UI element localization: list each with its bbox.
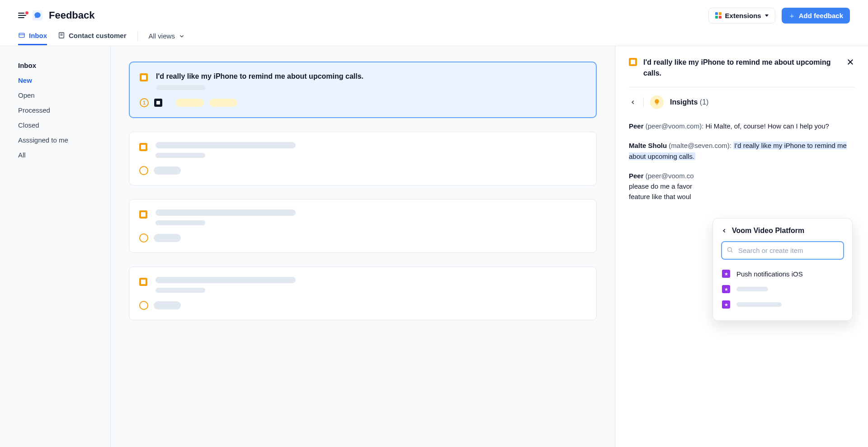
feedback-type-icon: [139, 143, 147, 151]
popover-item[interactable]: ★ Push notifications iOS: [721, 266, 844, 281]
count-badge-empty: [139, 233, 148, 243]
skeleton-line: [156, 85, 206, 90]
tag-pill: [154, 166, 181, 175]
sidebar-heading-inbox[interactable]: Inbox: [0, 58, 110, 73]
skeleton-line: [156, 153, 205, 158]
menu-button[interactable]: [18, 13, 26, 18]
feedback-type-icon: [629, 58, 637, 66]
tag-pill: [154, 301, 181, 309]
close-button[interactable]: [843, 57, 854, 68]
speaker-name: Peer: [629, 122, 644, 130]
details-title: I'd really like my iPhone to remind me a…: [643, 57, 836, 79]
chevron-down-icon: [179, 33, 185, 39]
popover-title: Voom Video Platform: [732, 227, 804, 235]
speaker-name: Malte Sholu: [629, 142, 667, 149]
divider: [643, 97, 644, 107]
feedback-title: I'd really like my iPhone to remind me a…: [156, 72, 584, 81]
sidebar-item-closed[interactable]: Closed: [0, 118, 110, 133]
popover-item[interactable]: ★: [721, 281, 844, 297]
star-icon: ★: [722, 285, 730, 293]
notification-dot-icon: [25, 11, 29, 15]
star-icon: ★: [722, 270, 730, 278]
sidebar-item-open[interactable]: Open: [0, 88, 110, 103]
tab-inbox-label: Inbox: [29, 32, 47, 39]
sidebar-item-all[interactable]: All: [0, 147, 110, 162]
feedback-type-icon: [139, 278, 147, 286]
feedback-card[interactable]: [129, 266, 597, 320]
speaker-email: (malte@seven.com):: [669, 142, 731, 149]
close-icon: [846, 58, 854, 66]
speaker-text: Hi Malte, of, course! How can I help you…: [705, 122, 829, 130]
svg-rect-0: [19, 33, 24, 37]
add-feedback-label: Add feedback: [799, 12, 843, 19]
chevron-left-icon[interactable]: [721, 228, 727, 234]
feedback-card[interactable]: [129, 199, 597, 253]
insights-count: (1): [700, 98, 709, 106]
speaker-name: Peer: [629, 172, 644, 180]
add-feedback-button[interactable]: ＋ Add feedback: [782, 8, 850, 24]
sidebar-item-new[interactable]: New: [0, 73, 110, 88]
count-badge: 1: [140, 98, 149, 107]
tag-pill: [209, 99, 237, 107]
feedback-card-selected[interactable]: I'd really like my iPhone to remind me a…: [129, 62, 597, 118]
transcript-line: Peer (peer@voom.com): Hi Malte, of, cour…: [629, 121, 854, 131]
chevron-left-icon: [630, 99, 636, 105]
transcript-line: Peer (peer@voom.co please do me a favor …: [629, 171, 854, 202]
speaker-text: feature like that woul: [629, 193, 691, 200]
count-badge-empty: [139, 301, 148, 310]
skeleton-line: [156, 142, 296, 148]
details-panel: I'd really like my iPhone to remind me a…: [615, 46, 868, 447]
search-input[interactable]: [721, 241, 844, 260]
stop-icon: [154, 99, 162, 107]
feedback-card[interactable]: [129, 132, 597, 185]
sidebar-item-assigned[interactable]: Asssigned to me: [0, 133, 110, 147]
skeleton-line: [736, 302, 782, 307]
extensions-icon: [715, 12, 722, 19]
contact-icon: [58, 32, 65, 39]
tab-contact-label: Contact customer: [69, 32, 127, 39]
divider: [137, 31, 138, 42]
views-label: All views: [149, 32, 175, 40]
page-title: Feedback: [49, 10, 95, 21]
popover-item[interactable]: ★: [721, 297, 844, 312]
tab-contact-customer[interactable]: Contact customer: [58, 27, 127, 45]
views-dropdown[interactable]: All views: [149, 32, 185, 40]
sidebar-item-processed[interactable]: Processed: [0, 103, 110, 118]
app-logo-icon: [33, 10, 42, 20]
tag-pill: [176, 99, 204, 107]
plus-icon: ＋: [788, 12, 795, 19]
feedback-type-icon: [139, 210, 147, 219]
skeleton-line: [156, 288, 205, 293]
caret-down-icon: [765, 14, 769, 17]
count-badge-empty: [139, 166, 148, 175]
skeleton-line: [156, 277, 296, 283]
sidebar: Inbox New Open Processed Closed Asssigne…: [0, 46, 111, 447]
extensions-button[interactable]: Extensions: [708, 8, 775, 24]
insights-label: Insights: [670, 98, 698, 106]
link-item-popover: Voom Video Platform ★ Push notifications…: [712, 218, 853, 321]
search-icon: [726, 246, 733, 255]
transcript-line: Malte Sholu (malte@seven.com): I'd reall…: [629, 140, 854, 162]
insights-icon: [650, 95, 664, 109]
skeleton-line: [156, 220, 205, 225]
skeleton-line: [736, 287, 768, 291]
tag-pill: [154, 234, 181, 242]
feedback-type-icon: [140, 73, 148, 81]
speaker-email: (peer@voom.co: [646, 172, 694, 180]
svg-line-7: [731, 251, 732, 252]
tab-inbox[interactable]: Inbox: [18, 27, 47, 45]
svg-point-6: [728, 247, 732, 252]
popover-item-label: Push notifications iOS: [736, 270, 803, 278]
inbox-icon: [18, 32, 25, 39]
speaker-text: please do me a favor: [629, 182, 692, 190]
star-icon: ★: [722, 300, 730, 309]
speaker-email: (peer@voom.com):: [646, 122, 704, 130]
extensions-label: Extensions: [725, 12, 761, 19]
skeleton-line: [156, 209, 296, 216]
back-button[interactable]: [629, 98, 637, 106]
